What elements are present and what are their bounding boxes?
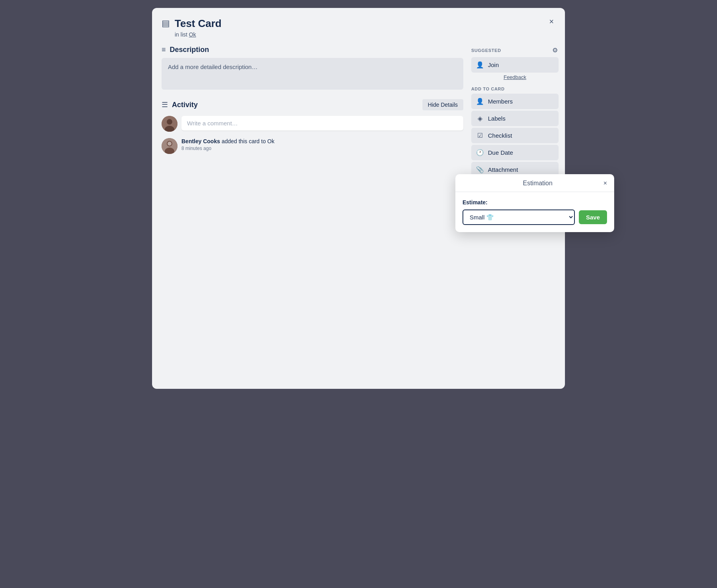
activity-title: Activity xyxy=(172,101,198,109)
feedback-link[interactable]: Feedback xyxy=(471,74,559,80)
activity-header-left: ☰ Activity xyxy=(162,100,198,109)
due-date-icon: 🕐 xyxy=(476,149,484,156)
hide-details-button[interactable]: Hide Details xyxy=(422,99,463,110)
suggested-label-row: SUGGESTED ⚙ xyxy=(471,46,559,55)
checklist-label: Checklist xyxy=(488,132,512,139)
attachment-icon: 📎 xyxy=(476,166,484,173)
save-button[interactable]: Save xyxy=(579,210,607,224)
labels-label: Labels xyxy=(488,115,505,122)
join-button[interactable]: 👤 Join xyxy=(471,57,559,73)
labels-icon: ◈ xyxy=(476,115,484,122)
comment-input[interactable] xyxy=(181,116,463,131)
attachment-label: Attachment xyxy=(488,166,518,173)
svg-point-6 xyxy=(168,142,172,146)
sidebar: SUGGESTED ⚙ 👤 Join Feedback ADD TO CARD … xyxy=(471,46,559,379)
gear-button[interactable]: ⚙ xyxy=(551,46,559,55)
activity-time: 8 minutes ago xyxy=(181,146,274,151)
subtitle-list-link[interactable]: Ok xyxy=(189,31,196,38)
modal-body: ≡ Description Add a more detailed descri… xyxy=(162,46,559,379)
estimation-header: Estimation × xyxy=(455,174,614,192)
card-title: Test Card xyxy=(175,17,222,30)
svg-point-1 xyxy=(167,119,172,125)
activity-action: added this card to Ok xyxy=(222,138,274,144)
description-icon: ≡ xyxy=(162,46,166,54)
subtitle-prefix: in list xyxy=(175,31,187,38)
activity-header: ☰ Activity Hide Details xyxy=(162,99,463,110)
suggested-label: SUGGESTED xyxy=(471,48,501,53)
description-title: Description xyxy=(170,46,209,54)
checklist-button[interactable]: ☑ Checklist xyxy=(471,128,559,143)
estimation-close-button[interactable]: × xyxy=(603,180,607,187)
activity-item: Bentley Cooks added this card to Ok 8 mi… xyxy=(162,138,463,154)
card-icon: ▤ xyxy=(162,18,170,29)
description-section: ≡ Description Add a more detailed descri… xyxy=(162,46,463,90)
due-date-button[interactable]: 🕐 Due Date xyxy=(471,145,559,160)
activity-text: Bentley Cooks added this card to Ok xyxy=(181,138,274,144)
description-input[interactable]: Add a more detailed description… xyxy=(162,58,463,90)
estimation-popup: Estimation × Estimate: Small 👕 Medium La… xyxy=(455,174,614,232)
comment-input-row xyxy=(162,116,463,132)
card-modal: × ▤ Test Card in list Ok ≡ Description xyxy=(152,8,565,389)
join-label: Join xyxy=(488,61,499,68)
activity-section: ☰ Activity Hide Details xyxy=(162,99,463,154)
activity-user: Bentley Cooks xyxy=(181,138,220,144)
estimation-label: Estimate: xyxy=(463,199,607,206)
size-select[interactable]: Small 👕 Medium Large Extra Large xyxy=(463,209,575,225)
estimate-size-wrapper: 🚀 Estimate Size Estimation × Estimate: xyxy=(471,207,559,224)
join-icon: 👤 xyxy=(476,61,484,69)
card-subtitle: in list Ok xyxy=(175,31,222,38)
modal-header: ▤ Test Card in list Ok xyxy=(162,17,559,38)
labels-button[interactable]: ◈ Labels xyxy=(471,111,559,126)
activity-item-content: Bentley Cooks added this card to Ok 8 mi… xyxy=(181,138,274,151)
estimation-body: Estimate: Small 👕 Medium Large Extra Lar… xyxy=(455,192,614,232)
add-to-card-label: ADD TO CARD xyxy=(471,86,559,91)
members-label: Members xyxy=(488,98,513,105)
members-icon: 👤 xyxy=(476,98,484,105)
members-button[interactable]: 👤 Members xyxy=(471,94,559,109)
current-user-avatar xyxy=(162,116,177,132)
activity-icon: ☰ xyxy=(162,100,168,109)
due-date-label: Due Date xyxy=(488,149,513,156)
main-content: ≡ Description Add a more detailed descri… xyxy=(162,46,463,379)
close-button[interactable]: × xyxy=(544,14,559,29)
bentley-avatar xyxy=(162,138,177,154)
description-header: ≡ Description xyxy=(162,46,463,54)
checklist-icon: ☑ xyxy=(476,132,484,139)
overlay: × ▤ Test Card in list Ok ≡ Description xyxy=(0,0,717,588)
estimation-row: Small 👕 Medium Large Extra Large Save xyxy=(463,209,607,225)
title-block: Test Card in list Ok xyxy=(175,17,222,38)
estimation-title: Estimation xyxy=(472,180,603,187)
